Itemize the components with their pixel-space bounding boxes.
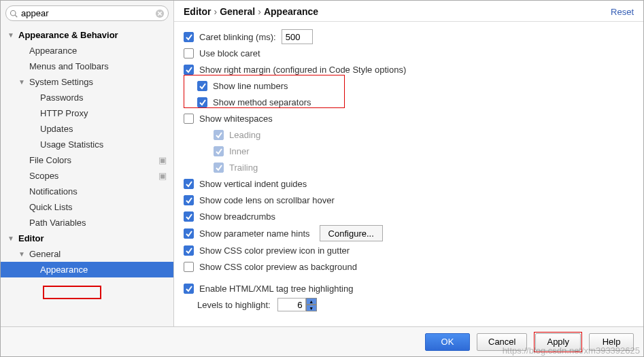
main-header: Editor›General›Appearance Reset xyxy=(174,1,643,21)
search-input[interactable] xyxy=(5,5,169,21)
checkbox-show-line-numbers[interactable] xyxy=(197,81,207,91)
project-icon: ▣ xyxy=(158,155,167,165)
opt-trailing: Trailing xyxy=(184,159,634,175)
opt-show-method-separators: Show method separators xyxy=(184,94,634,110)
label[interactable]: Show method separators xyxy=(213,97,311,107)
opt-code-lens: Show code lens on scrollbar hover xyxy=(184,192,634,208)
label: Leading xyxy=(229,130,260,140)
chevron-down-icon: ▼ xyxy=(18,250,27,258)
tree-http-proxy[interactable]: HTTP Proxy xyxy=(1,105,173,121)
tree-updates[interactable]: Updates xyxy=(1,121,173,137)
checkbox-vertical-indent[interactable] xyxy=(184,179,194,189)
chevron-down-icon: ▼ xyxy=(7,235,16,242)
tree-file-colors[interactable]: File Colors▣ xyxy=(1,152,173,168)
crumb-editor: Editor xyxy=(184,6,211,17)
chevron-down-icon: ▼ xyxy=(7,31,16,39)
label[interactable]: Show right margin (configured in Code St… xyxy=(199,65,406,75)
ok-button[interactable]: OK xyxy=(425,333,470,351)
opt-param-hints: Show parameter name hints Configure... xyxy=(184,224,634,242)
tree-label: Notifications xyxy=(29,186,78,197)
chevron-down-icon: ▼ xyxy=(18,78,27,86)
tree-menus-toolbars[interactable]: Menus and Toolbars xyxy=(1,58,173,74)
label[interactable]: Show line numbers xyxy=(213,81,288,91)
opt-leading: Leading xyxy=(184,126,634,143)
crumb-general: General xyxy=(220,6,255,17)
checkbox-css-bg[interactable] xyxy=(184,262,194,272)
checkbox-code-lens[interactable] xyxy=(184,195,194,205)
opt-inner: Inner xyxy=(184,143,634,159)
label[interactable]: Show breadcrumbs xyxy=(199,211,275,222)
tree-label: Passwords xyxy=(40,92,84,103)
tree-label: Appearance xyxy=(29,46,77,56)
levels-spinner: ▲▼ xyxy=(277,298,317,311)
label: Trailing xyxy=(229,163,258,173)
tree-label: Quick Lists xyxy=(29,202,73,212)
opt-use-block-caret: Use block caret xyxy=(184,45,634,61)
levels-input[interactable] xyxy=(277,298,306,311)
configure-button[interactable]: Configure... xyxy=(320,225,383,241)
apply-highlight: Apply xyxy=(534,332,582,352)
checkbox-show-whitespaces[interactable] xyxy=(184,114,194,124)
checkbox-show-method-separators[interactable] xyxy=(197,97,207,107)
label[interactable]: Enable HTML/XML tag tree highlighting xyxy=(199,284,353,294)
opt-vertical-indent: Show vertical indent guides xyxy=(184,175,634,192)
opt-show-whitespaces: Show whitespaces xyxy=(184,110,634,126)
label[interactable]: Caret blinking (ms): xyxy=(199,32,276,42)
tree-usage-statistics[interactable]: Usage Statistics xyxy=(1,137,173,152)
label[interactable]: Show CSS color preview icon in gutter xyxy=(199,245,350,256)
checkbox-html-xml[interactable] xyxy=(184,284,194,294)
tree-label: General xyxy=(29,249,61,259)
dialog-button-bar: OK Cancel Apply Help xyxy=(1,326,643,356)
label[interactable]: Show vertical indent guides xyxy=(199,179,307,189)
checkbox-param-hints[interactable] xyxy=(184,228,194,239)
settings-sidebar: ▼Appearance & Behavior Appearance Menus … xyxy=(1,1,174,326)
label[interactable]: Show CSS color preview as background xyxy=(199,262,357,272)
checkbox-show-right-margin[interactable] xyxy=(184,65,194,75)
clear-icon[interactable] xyxy=(155,9,165,18)
checkbox-leading[interactable] xyxy=(214,130,224,140)
caret-blink-input[interactable] xyxy=(282,29,313,44)
apply-button[interactable]: Apply xyxy=(535,333,581,351)
checkbox-css-gutter[interactable] xyxy=(184,245,194,256)
tree-editor[interactable]: ▼Editor xyxy=(1,231,173,246)
tree-label: System Settings xyxy=(29,77,93,87)
tree-appearance-behavior[interactable]: ▼Appearance & Behavior xyxy=(1,27,173,43)
tree-label: File Colors xyxy=(29,155,71,165)
checkbox-inner[interactable] xyxy=(214,146,224,156)
checkbox-use-block-caret[interactable] xyxy=(184,48,194,58)
opt-html-xml: Enable HTML/XML tag tree highlighting xyxy=(184,280,634,296)
tree-editor-appearance[interactable]: Appearance xyxy=(1,262,173,277)
chevron-right-icon: › xyxy=(211,6,220,17)
search-icon xyxy=(10,10,18,18)
spinner-up[interactable]: ▲ xyxy=(306,298,317,305)
svg-line-1 xyxy=(15,15,17,17)
checkbox-breadcrumbs[interactable] xyxy=(184,211,194,222)
tree-label: Updates xyxy=(40,124,73,134)
spinner-down[interactable]: ▼ xyxy=(306,305,317,311)
label[interactable]: Show parameter name hints xyxy=(199,228,310,239)
reset-link[interactable]: Reset xyxy=(611,7,634,17)
label[interactable]: Use block caret xyxy=(199,48,260,58)
tree-path-variables[interactable]: Path Variables xyxy=(1,215,173,231)
checkbox-trailing[interactable] xyxy=(214,163,224,173)
label[interactable]: Show code lens on scrollbar hover xyxy=(199,195,335,205)
opt-caret-blinking: Caret blinking (ms): xyxy=(184,29,634,45)
tree-notifications[interactable]: Notifications xyxy=(1,184,173,199)
tree-label: Editor xyxy=(18,233,44,243)
tree-appearance[interactable]: Appearance xyxy=(1,43,173,58)
breadcrumb: Editor›General›Appearance xyxy=(184,6,318,17)
tree-label: Path Variables xyxy=(29,218,86,228)
tree-system-settings[interactable]: ▼System Settings xyxy=(1,74,173,90)
opt-show-right-margin: Show right margin (configured in Code St… xyxy=(184,61,634,78)
cancel-button[interactable]: Cancel xyxy=(477,333,527,351)
help-button[interactable]: Help xyxy=(589,333,634,351)
crumb-appearance: Appearance xyxy=(264,6,318,17)
tree-label: HTTP Proxy xyxy=(40,108,88,118)
tree-general[interactable]: ▼General xyxy=(1,246,173,262)
tree-quick-lists[interactable]: Quick Lists xyxy=(1,199,173,215)
label[interactable]: Show whitespaces xyxy=(199,114,273,124)
tree-scopes[interactable]: Scopes▣ xyxy=(1,168,173,184)
tree-passwords[interactable]: Passwords xyxy=(1,90,173,105)
checkbox-caret-blinking[interactable] xyxy=(184,32,194,42)
opt-show-line-numbers: Show line numbers xyxy=(184,78,634,94)
